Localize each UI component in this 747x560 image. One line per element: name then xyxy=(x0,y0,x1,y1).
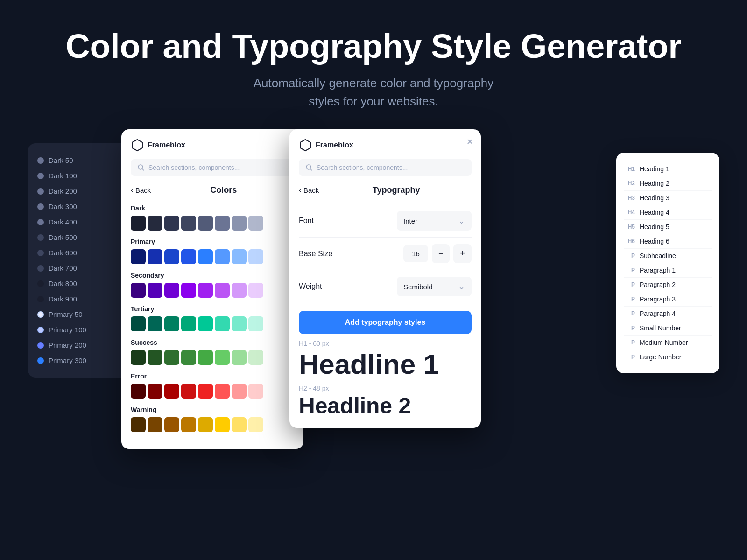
heading-list-item[interactable]: P Medium Number xyxy=(624,336,712,350)
color-swatch[interactable] xyxy=(148,283,162,298)
color-swatch[interactable] xyxy=(248,249,263,264)
color-swatch[interactable] xyxy=(248,417,263,432)
color-swatch[interactable] xyxy=(131,417,146,432)
color-swatch[interactable] xyxy=(248,216,263,231)
color-swatch[interactable] xyxy=(232,216,247,231)
colors-panel: Frameblox Search sections, components...… xyxy=(121,129,303,449)
sidebar-item[interactable]: Dark 600 xyxy=(35,245,128,260)
color-swatch[interactable] xyxy=(198,316,213,331)
color-swatch[interactable] xyxy=(148,316,162,331)
colors-search-bar[interactable]: Search sections, components... xyxy=(131,159,294,176)
color-swatch[interactable] xyxy=(198,216,213,231)
color-swatch[interactable] xyxy=(215,417,230,432)
color-swatch[interactable] xyxy=(164,350,179,365)
color-swatch[interactable] xyxy=(131,316,146,331)
color-swatch[interactable] xyxy=(164,283,179,298)
sidebar-item[interactable]: Primary 300 xyxy=(35,353,128,368)
color-swatch[interactable] xyxy=(131,283,146,298)
color-swatch[interactable] xyxy=(215,316,230,331)
heading-list-item[interactable]: H1 Heading 1 xyxy=(624,162,712,176)
color-swatch[interactable] xyxy=(215,249,230,264)
color-swatch[interactable] xyxy=(232,417,247,432)
sidebar-item[interactable]: Dark 700 xyxy=(35,260,128,276)
colors-back-nav[interactable]: ‹ Back Colors xyxy=(131,185,294,195)
color-swatch[interactable] xyxy=(248,350,263,365)
weight-label: Weight xyxy=(299,282,322,291)
sidebar-dot-icon xyxy=(37,250,44,256)
heading-list-item[interactable]: P Large Number xyxy=(624,350,712,364)
heading-list-item[interactable]: H2 Heading 2 xyxy=(624,176,712,191)
color-swatch[interactable] xyxy=(164,417,179,432)
typography-back-nav[interactable]: ‹ Back Typography xyxy=(299,185,472,195)
color-swatch[interactable] xyxy=(198,249,213,264)
color-swatch[interactable] xyxy=(215,283,230,298)
color-swatch[interactable] xyxy=(148,384,162,399)
color-swatch[interactable] xyxy=(131,216,146,231)
sidebar-item[interactable]: Dark 300 xyxy=(35,199,128,214)
weight-dropdown[interactable]: Semibold xyxy=(397,277,472,296)
color-swatch[interactable] xyxy=(232,316,247,331)
typography-search-bar[interactable]: Search sections, components... xyxy=(299,159,472,176)
heading-list-item[interactable]: H5 Heading 5 xyxy=(624,220,712,234)
color-swatch[interactable] xyxy=(232,384,247,399)
close-icon[interactable]: ✕ xyxy=(466,137,473,147)
sidebar-item[interactable]: Dark 900 xyxy=(35,291,128,307)
color-swatch[interactable] xyxy=(181,417,196,432)
color-swatch[interactable] xyxy=(131,249,146,264)
color-swatch[interactable] xyxy=(215,216,230,231)
color-swatch[interactable] xyxy=(148,350,162,365)
color-swatch[interactable] xyxy=(215,384,230,399)
color-swatch[interactable] xyxy=(131,350,146,365)
color-swatch[interactable] xyxy=(232,249,247,264)
heading-list-item[interactable]: H6 Heading 6 xyxy=(624,234,712,249)
heading-list-item[interactable]: P Paragraph 2 xyxy=(624,278,712,292)
sidebar-item[interactable]: Dark 800 xyxy=(35,276,128,291)
sidebar-item[interactable]: Dark 50 xyxy=(35,153,128,168)
heading-list-item[interactable]: H4 Heading 4 xyxy=(624,205,712,220)
sidebar-item[interactable]: Dark 100 xyxy=(35,168,128,183)
color-swatch[interactable] xyxy=(148,216,162,231)
sidebar-item[interactable]: Primary 50 xyxy=(35,307,128,322)
color-swatch[interactable] xyxy=(181,216,196,231)
color-swatch[interactable] xyxy=(131,384,146,399)
color-swatch[interactable] xyxy=(232,283,247,298)
heading-list-item[interactable]: H3 Heading 3 xyxy=(624,191,712,205)
heading-list-item[interactable]: P Paragraph 3 xyxy=(624,292,712,307)
color-swatch[interactable] xyxy=(248,316,263,331)
base-size-control: 16 − + xyxy=(403,244,472,263)
color-swatch[interactable] xyxy=(198,350,213,365)
sidebar-item[interactable]: Primary 200 xyxy=(35,337,128,353)
color-swatch[interactable] xyxy=(164,316,179,331)
sidebar-item[interactable]: Primary 100 xyxy=(35,322,128,337)
sidebar-item[interactable]: Dark 200 xyxy=(35,183,128,199)
sidebar-item[interactable]: Dark 400 xyxy=(35,214,128,230)
color-swatch[interactable] xyxy=(232,350,247,365)
color-swatch[interactable] xyxy=(215,350,230,365)
decrement-button[interactable]: − xyxy=(432,244,450,263)
increment-button[interactable]: + xyxy=(453,244,472,263)
color-swatch[interactable] xyxy=(164,249,179,264)
color-swatch[interactable] xyxy=(248,283,263,298)
color-swatch[interactable] xyxy=(198,384,213,399)
color-swatch[interactable] xyxy=(248,384,263,399)
color-swatch[interactable] xyxy=(181,249,196,264)
color-swatch[interactable] xyxy=(181,350,196,365)
color-swatch[interactable] xyxy=(148,417,162,432)
color-group-label: Primary xyxy=(131,238,294,245)
color-swatch[interactable] xyxy=(181,316,196,331)
color-swatch[interactable] xyxy=(164,216,179,231)
color-swatch[interactable] xyxy=(198,417,213,432)
heading-list-item[interactable]: P Small Number xyxy=(624,321,712,336)
color-swatch[interactable] xyxy=(198,283,213,298)
color-swatch[interactable] xyxy=(181,384,196,399)
heading-list-item[interactable]: P Paragraph 4 xyxy=(624,307,712,321)
color-swatch[interactable] xyxy=(181,283,196,298)
heading-list-item[interactable]: P Subheadline xyxy=(624,249,712,263)
add-typography-button[interactable]: Add typography styles xyxy=(299,311,472,334)
typography-panel-header: Frameblox ✕ xyxy=(299,139,472,152)
color-swatch[interactable] xyxy=(164,384,179,399)
heading-list-item[interactable]: P Paragraph 1 xyxy=(624,263,712,278)
color-swatch[interactable] xyxy=(148,249,162,264)
sidebar-item[interactable]: Dark 500 xyxy=(35,230,128,245)
font-dropdown[interactable]: Inter xyxy=(397,211,472,231)
